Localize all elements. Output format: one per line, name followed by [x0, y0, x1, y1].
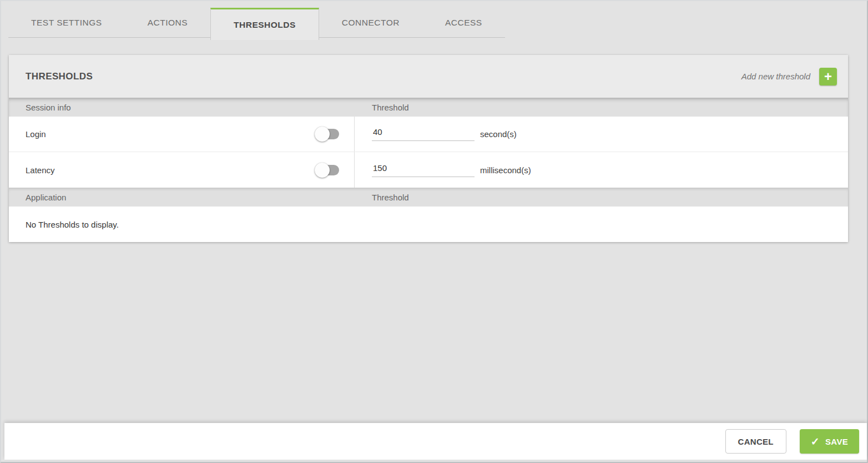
tab-bar: TEST SETTINGS ACTIONS THRESHOLDS CONNECT… [8, 8, 505, 40]
add-threshold-group: Add new threshold + [741, 68, 837, 85]
tab-thresholds[interactable]: THRESHOLDS [210, 8, 319, 40]
login-threshold-unit: second(s) [480, 129, 517, 139]
application-threshold-column-header: Threshold [355, 193, 848, 202]
latency-label: Latency [26, 165, 55, 175]
table-row-login: Login second(s) [9, 117, 848, 152]
table-row-latency: Latency millisecond(s) [9, 152, 848, 188]
toggle-thumb [315, 163, 330, 178]
plus-icon: + [824, 68, 832, 85]
save-button[interactable]: ✓ SAVE [800, 429, 859, 454]
login-toggle[interactable] [315, 127, 339, 142]
threshold-column-header: Threshold [355, 103, 848, 112]
login-threshold-cell: second(s) [355, 117, 848, 152]
session-info-column-header: Session info [9, 103, 355, 112]
footer-bar: CANCEL ✓ SAVE [4, 423, 867, 460]
latency-threshold-input[interactable] [372, 163, 475, 177]
application-header-row: Application Threshold [9, 188, 848, 207]
login-cell: Login [9, 117, 355, 152]
add-threshold-button[interactable]: + [819, 68, 837, 85]
login-label: Login [26, 129, 46, 139]
latency-toggle[interactable] [315, 163, 339, 178]
tab-access[interactable]: ACCESS [422, 8, 505, 38]
tab-test-settings[interactable]: TEST SETTINGS [8, 8, 125, 38]
check-icon: ✓ [811, 435, 820, 448]
login-threshold-input[interactable] [372, 127, 475, 141]
no-thresholds-row: No Thresholds to display. [9, 207, 848, 242]
tab-actions[interactable]: ACTIONS [125, 8, 210, 38]
toggle-thumb [315, 127, 330, 142]
latency-threshold-cell: millisecond(s) [355, 152, 848, 188]
app-window: TEST SETTINGS ACTIONS THRESHOLDS CONNECT… [0, 0, 868, 463]
application-column-header: Application [9, 193, 355, 202]
thresholds-panel-header: THRESHOLDS Add new threshold + [9, 55, 848, 98]
latency-threshold-unit: millisecond(s) [480, 165, 531, 175]
no-thresholds-message: No Thresholds to display. [26, 220, 119, 229]
save-button-label: SAVE [825, 437, 848, 446]
session-info-header-row: Session info Threshold [9, 98, 848, 117]
thresholds-panel: THRESHOLDS Add new threshold + Session i… [9, 55, 848, 242]
cancel-button[interactable]: CANCEL [725, 429, 786, 454]
latency-cell: Latency [9, 152, 355, 188]
add-new-threshold-label: Add new threshold [741, 72, 810, 81]
panel-title: THRESHOLDS [26, 71, 93, 82]
tab-connector[interactable]: CONNECTOR [319, 8, 422, 38]
